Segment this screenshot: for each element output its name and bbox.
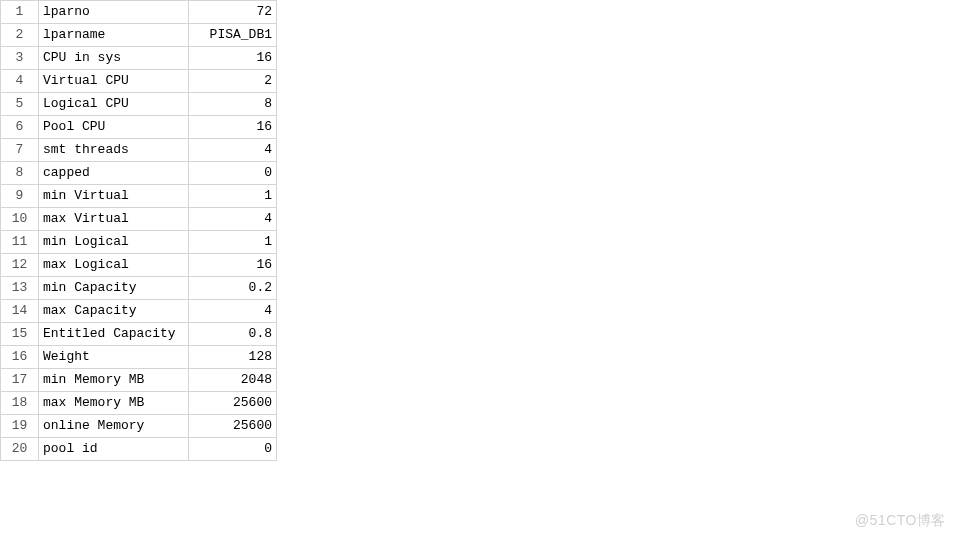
table-row[interactable]: 3 CPU in sys 16: [1, 47, 277, 70]
row-number: 3: [1, 47, 39, 70]
row-number: 9: [1, 185, 39, 208]
table-row[interactable]: 20 pool id 0: [1, 438, 277, 461]
cell-value[interactable]: 128: [189, 346, 277, 369]
row-number: 19: [1, 415, 39, 438]
row-number: 6: [1, 116, 39, 139]
row-number: 11: [1, 231, 39, 254]
watermark-text: @51CTO博客: [855, 512, 946, 530]
cell-key[interactable]: smt threads: [39, 139, 189, 162]
table-row[interactable]: 15 Entitled Capacity 0.8: [1, 323, 277, 346]
table-row[interactable]: 1 lparno 72: [1, 1, 277, 24]
cell-value[interactable]: 1: [189, 231, 277, 254]
cell-key[interactable]: Virtual CPU: [39, 70, 189, 93]
row-number: 7: [1, 139, 39, 162]
cell-value[interactable]: 8: [189, 93, 277, 116]
table-row[interactable]: 16 Weight 128: [1, 346, 277, 369]
cell-key[interactable]: Entitled Capacity: [39, 323, 189, 346]
cell-value[interactable]: 25600: [189, 392, 277, 415]
cell-key[interactable]: min Virtual: [39, 185, 189, 208]
table-row[interactable]: 4 Virtual CPU 2: [1, 70, 277, 93]
table-row[interactable]: 9 min Virtual 1: [1, 185, 277, 208]
cell-value[interactable]: 16: [189, 47, 277, 70]
cell-value[interactable]: 2: [189, 70, 277, 93]
table-row[interactable]: 11 min Logical 1: [1, 231, 277, 254]
row-number: 4: [1, 70, 39, 93]
table-row[interactable]: 7 smt threads 4: [1, 139, 277, 162]
cell-key[interactable]: max Virtual: [39, 208, 189, 231]
cell-key[interactable]: max Memory MB: [39, 392, 189, 415]
cell-key[interactable]: max Logical: [39, 254, 189, 277]
row-number: 5: [1, 93, 39, 116]
cell-key[interactable]: max Capacity: [39, 300, 189, 323]
cell-value[interactable]: 0.2: [189, 277, 277, 300]
cell-value[interactable]: 16: [189, 254, 277, 277]
table-row[interactable]: 6 Pool CPU 16: [1, 116, 277, 139]
cell-value[interactable]: 25600: [189, 415, 277, 438]
cell-value[interactable]: 4: [189, 208, 277, 231]
row-number: 16: [1, 346, 39, 369]
cell-key[interactable]: lparname: [39, 24, 189, 47]
cell-key[interactable]: min Capacity: [39, 277, 189, 300]
cell-key[interactable]: Pool CPU: [39, 116, 189, 139]
cell-value[interactable]: 4: [189, 139, 277, 162]
row-number: 14: [1, 300, 39, 323]
cell-value[interactable]: 0: [189, 162, 277, 185]
spreadsheet-table: 1 lparno 72 2 lparname PISA_DB1 3 CPU in…: [0, 0, 277, 461]
cell-key[interactable]: capped: [39, 162, 189, 185]
cell-key[interactable]: CPU in sys: [39, 47, 189, 70]
cell-key[interactable]: pool id: [39, 438, 189, 461]
cell-value[interactable]: PISA_DB1: [189, 24, 277, 47]
table-row[interactable]: 2 lparname PISA_DB1: [1, 24, 277, 47]
row-number: 8: [1, 162, 39, 185]
cell-value[interactable]: 0.8: [189, 323, 277, 346]
cell-key[interactable]: lparno: [39, 1, 189, 24]
row-number: 20: [1, 438, 39, 461]
table-row[interactable]: 13 min Capacity 0.2: [1, 277, 277, 300]
cell-key[interactable]: min Memory MB: [39, 369, 189, 392]
cell-key[interactable]: online Memory: [39, 415, 189, 438]
row-number: 2: [1, 24, 39, 47]
table-row[interactable]: 10 max Virtual 4: [1, 208, 277, 231]
row-number: 18: [1, 392, 39, 415]
row-number: 10: [1, 208, 39, 231]
table-row[interactable]: 12 max Logical 16: [1, 254, 277, 277]
row-number: 17: [1, 369, 39, 392]
cell-value[interactable]: 4: [189, 300, 277, 323]
table-row[interactable]: 19 online Memory 25600: [1, 415, 277, 438]
cell-value[interactable]: 0: [189, 438, 277, 461]
table-row[interactable]: 8 capped 0: [1, 162, 277, 185]
cell-value[interactable]: 72: [189, 1, 277, 24]
row-number: 13: [1, 277, 39, 300]
table-row[interactable]: 18 max Memory MB 25600: [1, 392, 277, 415]
cell-value[interactable]: 1: [189, 185, 277, 208]
row-number: 1: [1, 1, 39, 24]
row-number: 12: [1, 254, 39, 277]
table-row[interactable]: 17 min Memory MB 2048: [1, 369, 277, 392]
table-row[interactable]: 14 max Capacity 4: [1, 300, 277, 323]
cell-key[interactable]: min Logical: [39, 231, 189, 254]
table-row[interactable]: 5 Logical CPU 8: [1, 93, 277, 116]
cell-key[interactable]: Logical CPU: [39, 93, 189, 116]
row-number: 15: [1, 323, 39, 346]
cell-key[interactable]: Weight: [39, 346, 189, 369]
cell-value[interactable]: 16: [189, 116, 277, 139]
cell-value[interactable]: 2048: [189, 369, 277, 392]
